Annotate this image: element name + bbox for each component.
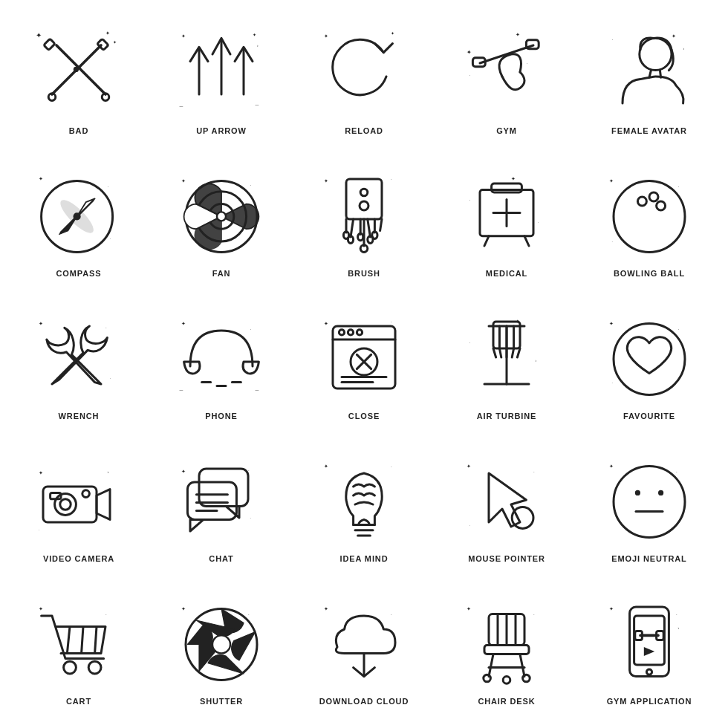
idea-mind-label: IDEA MIND: [340, 554, 389, 563]
compass-icon: ✦ · ·: [30, 166, 127, 263]
svg-line-180: [489, 654, 493, 677]
icon-cell-medical: ✦ · · MEDICAL: [435, 150, 578, 293]
svg-line-57: [380, 219, 382, 231]
icon-grid: ✦ ✦ ✦ BAD ✦ ✦ ›: [0, 0, 728, 728]
favourite-label: FAVOURITE: [623, 412, 675, 420]
svg-point-80: [637, 197, 646, 206]
icon-cell-fan: ✦ · FAN: [150, 150, 293, 293]
gym-label: GYM: [496, 126, 517, 135]
close-label: CLOSE: [348, 412, 380, 420]
svg-text:·: ·: [391, 612, 392, 617]
svg-text:·: ·: [612, 381, 613, 385]
svg-text:·: ·: [612, 37, 614, 42]
mouse-pointer-label: MOUSE POINTER: [468, 554, 545, 563]
chat-label: CHAT: [209, 554, 233, 563]
fan-icon: ✦ ·: [173, 166, 270, 263]
bad-label: BAD: [69, 126, 88, 135]
svg-point-30: [640, 38, 672, 70]
svg-point-157: [658, 490, 663, 495]
svg-rect-51: [346, 179, 382, 219]
svg-text:·: ·: [533, 469, 535, 474]
svg-text:·: ·: [469, 73, 471, 77]
chair-desk-icon: ✦ ·: [458, 594, 555, 691]
svg-point-128: [55, 494, 77, 516]
medical-label: MEDICAL: [486, 269, 527, 278]
svg-point-156: [635, 490, 640, 495]
close-icon: ✦ ·: [316, 309, 412, 406]
svg-line-116: [499, 348, 501, 357]
mouse-pointer-icon: ✦ · ·: [458, 452, 555, 548]
chat-icon: ✦ · ·: [173, 452, 270, 548]
svg-marker-139: [190, 519, 204, 531]
svg-point-62: [372, 232, 377, 239]
reload-label: RELOAD: [345, 126, 383, 135]
svg-text:·: ·: [533, 612, 535, 617]
svg-text:›: ›: [535, 359, 536, 363]
svg-point-131: [82, 490, 90, 498]
svg-rect-193: [635, 631, 643, 640]
icon-cell-emoji-neutral: ✦ · EMOJI NEUTRAL: [578, 435, 721, 578]
gym-application-icon: ✦ · ›: [601, 594, 698, 691]
svg-text:—: —: [256, 103, 259, 107]
svg-text:✦: ✦: [467, 463, 471, 469]
svg-text:✦: ✦: [39, 175, 43, 182]
svg-text:·: ·: [391, 319, 392, 324]
air-turbine-label: AIR TURBINE: [477, 412, 537, 420]
svg-text:·: ·: [107, 184, 108, 189]
svg-point-42: [74, 214, 79, 219]
svg-text:✦: ✦: [609, 463, 614, 469]
svg-text:—: —: [180, 389, 183, 392]
svg-line-53: [351, 219, 354, 237]
cart-label: CART: [66, 697, 91, 706]
svg-point-99: [357, 330, 362, 335]
svg-point-169: [212, 635, 230, 653]
svg-text:›: ›: [107, 469, 108, 474]
svg-text:✦: ✦: [39, 469, 43, 476]
svg-point-97: [339, 330, 344, 335]
wrench-icon: ✦ · ·: [30, 309, 127, 406]
icon-cell-close: ✦ · CLOSE: [293, 293, 435, 435]
reload-icon: ✦ ✦: [316, 24, 412, 120]
svg-text:·: ·: [677, 184, 679, 189]
svg-text:›: ›: [683, 47, 685, 51]
icon-cell-up-arrow: ✦ ✦ › — — UP ARROW: [150, 7, 293, 150]
bowling-ball-icon: ✦ · ·: [601, 166, 698, 263]
svg-point-185: [503, 677, 510, 684]
svg-text:·: ·: [469, 524, 470, 527]
female-avatar-label: FEMALE AVATAR: [611, 126, 687, 135]
svg-point-79: [614, 181, 685, 252]
icon-cell-shutter: ✦ · SHUTTER: [150, 578, 293, 721]
svg-text:·: ·: [538, 221, 539, 224]
svg-point-98: [348, 330, 353, 335]
svg-text:✦: ✦: [467, 605, 471, 612]
svg-line-74: [524, 236, 529, 246]
svg-point-161: [64, 661, 77, 674]
medical-icon: ✦ · ·: [458, 166, 555, 263]
svg-line-4: [56, 45, 105, 94]
svg-text:·: ·: [391, 464, 392, 469]
svg-point-66: [360, 245, 368, 253]
svg-rect-194: [657, 631, 664, 640]
svg-text:·: ·: [676, 612, 677, 617]
svg-line-164: [82, 626, 83, 653]
idea-mind-icon: ✦ ·: [316, 452, 412, 548]
svg-point-59: [348, 236, 353, 244]
svg-text:✦: ✦: [324, 605, 328, 612]
svg-text:·: ·: [110, 377, 111, 380]
svg-point-191: [646, 669, 651, 675]
video-camera-label: VIDEO CAMERA: [43, 554, 114, 563]
svg-text:✦: ✦: [39, 320, 43, 327]
svg-line-163: [67, 626, 70, 653]
svg-text:✦: ✦: [511, 175, 516, 182]
svg-text:✦: ✦: [324, 463, 328, 469]
svg-point-162: [88, 661, 101, 674]
svg-text:✦: ✦: [609, 178, 614, 184]
icon-cell-bowling-ball: ✦ · · BOWLING BALL: [578, 150, 721, 293]
svg-line-181: [520, 654, 524, 677]
svg-text:✦: ✦: [324, 320, 328, 327]
svg-point-48: [217, 212, 226, 221]
icon-cell-bad: ✦ ✦ ✦ BAD: [7, 7, 150, 150]
chair-desk-label: CHAIR DESK: [478, 697, 535, 706]
cart-icon: ✦ ·: [30, 594, 127, 691]
svg-line-55: [368, 219, 371, 237]
